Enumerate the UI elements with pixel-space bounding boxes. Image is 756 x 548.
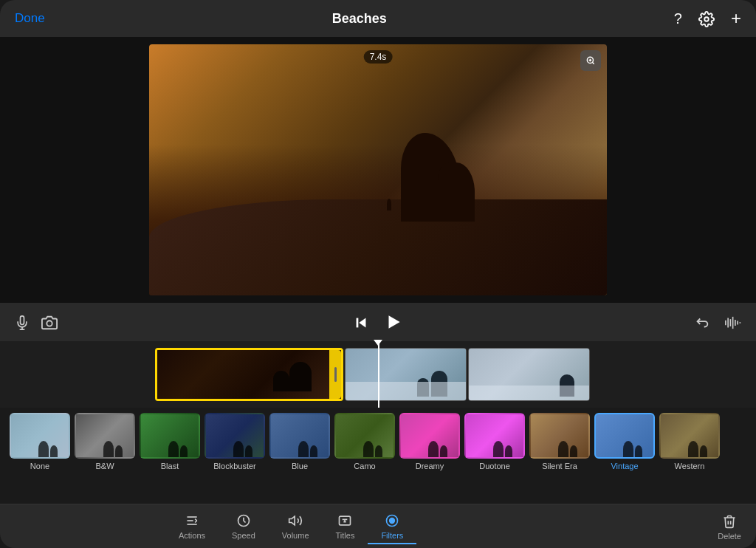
svg-marker-7 <box>389 315 400 328</box>
playhead-triangle <box>374 340 382 346</box>
toolbar-label-titles: Titles <box>336 531 355 540</box>
svg-marker-22 <box>289 516 295 525</box>
filter-thumb-bw <box>75 413 135 459</box>
camera-icon[interactable] <box>41 313 58 331</box>
filter-label-dreamy: Dreamy <box>416 462 444 470</box>
delete-icon <box>722 513 737 530</box>
top-icons: ? + <box>674 8 741 29</box>
svg-line-20 <box>195 521 197 523</box>
filter-label-none: None <box>30 462 49 470</box>
done-button[interactable]: Done <box>15 11 45 26</box>
toolbar-label-speed: Speed <box>232 531 255 540</box>
time-badge: 7.4s <box>364 50 393 64</box>
toolbar-label-actions: Actions <box>179 531 205 540</box>
toolbar-icon-titles <box>337 512 352 529</box>
waveform-icon[interactable] <box>722 313 741 331</box>
svg-rect-6 <box>357 318 359 327</box>
controls-left <box>15 313 58 331</box>
toolbar-btn-actions[interactable]: Actions <box>165 509 219 544</box>
video-preview: 7.4s <box>149 44 607 295</box>
filter-item-vintage[interactable]: Vintage <box>592 411 657 472</box>
toolbar-btn-volume[interactable]: Volume <box>269 509 323 544</box>
filter-thumb-blast <box>140 413 200 459</box>
toolbar-btn-filters[interactable]: Filters <box>368 509 416 544</box>
top-bar: Done Beaches ? + <box>0 0 756 37</box>
playhead-line <box>378 341 379 408</box>
page-title: Beaches <box>332 11 387 27</box>
undo-icon[interactable] <box>694 313 710 331</box>
filter-item-camo[interactable]: Camo <box>332 411 397 472</box>
toolbar-icon-actions <box>185 512 199 529</box>
selected-clip[interactable] <box>155 348 343 401</box>
filter-thumb-western <box>659 413 720 459</box>
controls-center <box>353 312 403 332</box>
filter-item-blast[interactable]: Blast <box>137 411 202 472</box>
filter-item-duotone[interactable]: Duotone <box>462 411 527 472</box>
toolbar-btn-titles[interactable]: Titles <box>323 509 368 544</box>
delete-button[interactable]: Delete <box>718 513 741 541</box>
filter-thumb-blue <box>269 413 330 459</box>
filter-label-blue: Blue <box>292 462 308 470</box>
toolbar-center: ActionsSpeedVolumeTitlesFilters <box>165 509 416 544</box>
filter-item-silentera[interactable]: Silent Era <box>527 411 592 472</box>
filter-thumb-camo <box>334 413 395 459</box>
skip-back-icon[interactable] <box>353 313 369 331</box>
toolbar-label-volume: Volume <box>282 531 309 540</box>
svg-point-25 <box>390 518 395 524</box>
video-area: 7.4s <box>0 37 756 303</box>
filter-item-western[interactable]: Western <box>657 411 722 472</box>
toolbar-label-filters: Filters <box>381 531 403 540</box>
filter-strip: NoneB&WBlastBlockbusterBlueCamoDreamyDuo… <box>0 408 756 504</box>
filter-item-dreamy[interactable]: Dreamy <box>397 411 462 472</box>
filter-label-blast: Blast <box>161 462 179 470</box>
filter-label-silentera: Silent Era <box>542 462 577 470</box>
filter-label-camo: Camo <box>354 462 375 470</box>
timeline-area <box>0 341 756 408</box>
filter-thumb-duotone <box>464 413 525 459</box>
svg-point-4 <box>47 321 52 326</box>
filter-thumb-dreamy <box>399 413 460 459</box>
toolbar-icon-speed <box>236 512 251 529</box>
toolbar-icon-volume <box>288 512 303 529</box>
controls-right <box>694 313 741 331</box>
delete-label: Delete <box>718 532 741 541</box>
zoom-button[interactable] <box>580 50 601 71</box>
filter-thumb-blockbuster <box>205 413 265 459</box>
svg-point-0 <box>704 17 709 21</box>
toolbar-icon-filters <box>385 512 399 529</box>
filter-item-blue[interactable]: Blue <box>267 411 332 472</box>
filter-thumb-vintage <box>594 413 655 459</box>
clip-end-handle[interactable] <box>329 350 341 399</box>
toolbar: ActionsSpeedVolumeTitlesFilters Delete <box>0 504 756 548</box>
timeline-clip-3[interactable] <box>468 348 590 401</box>
help-icon[interactable]: ? <box>674 10 682 27</box>
filter-item-none[interactable]: None <box>7 411 72 472</box>
filter-label-bw: B&W <box>95 462 114 470</box>
play-icon[interactable] <box>384 312 403 332</box>
filter-label-vintage: Vintage <box>611 462 638 470</box>
video-ground <box>149 199 607 295</box>
mic-icon[interactable] <box>15 314 30 331</box>
filter-thumb-silentera <box>529 413 590 459</box>
filter-item-bw[interactable]: B&W <box>72 411 137 472</box>
filter-label-blockbuster: Blockbuster <box>213 462 255 470</box>
rock-silhouette-2 <box>438 162 475 222</box>
controls-bar <box>0 303 756 341</box>
filter-label-western: Western <box>675 462 705 470</box>
timeline-clip-2[interactable] <box>345 348 467 401</box>
filter-item-blockbuster[interactable]: Blockbuster <box>202 411 267 472</box>
filter-thumb-none <box>10 413 70 459</box>
toolbar-btn-speed[interactable]: Speed <box>219 509 269 544</box>
svg-marker-5 <box>359 318 365 327</box>
filter-label-duotone: Duotone <box>479 462 510 470</box>
settings-icon[interactable] <box>698 10 715 27</box>
add-icon[interactable]: + <box>731 8 741 29</box>
